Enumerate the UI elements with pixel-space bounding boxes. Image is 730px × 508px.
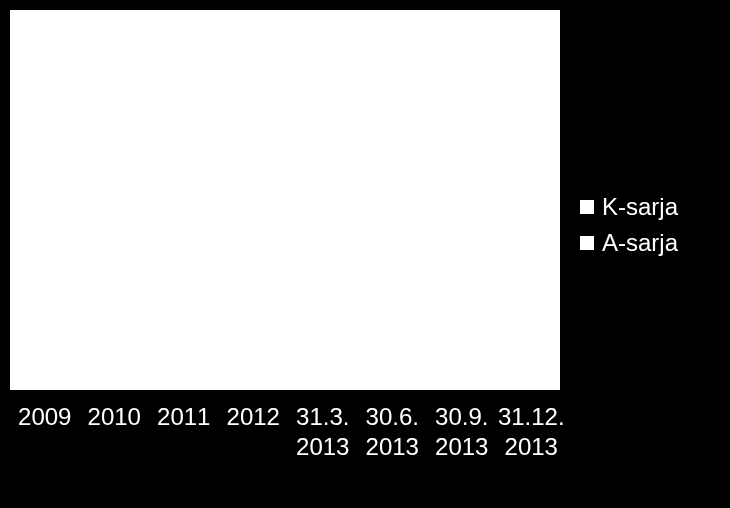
plot-area — [10, 10, 560, 390]
square-icon — [580, 200, 594, 214]
x-tick: 2011 — [149, 402, 219, 462]
x-tick: 2012 — [219, 402, 289, 462]
x-tick: 31.12. 2013 — [497, 402, 567, 462]
legend-item-a-sarja: A-sarja — [580, 231, 678, 255]
x-tick: 30.9. 2013 — [427, 402, 497, 462]
x-tick: 2009 — [10, 402, 80, 462]
square-icon — [580, 236, 594, 250]
x-axis: 2009 2010 2011 2012 31.3. 2013 30.6. 201… — [10, 402, 566, 462]
x-tick: 30.6. 2013 — [358, 402, 428, 462]
legend: K-sarja A-sarja — [580, 195, 678, 255]
legend-label: K-sarja — [602, 195, 678, 219]
legend-label: A-sarja — [602, 231, 678, 255]
x-tick: 2010 — [80, 402, 150, 462]
legend-item-k-sarja: K-sarja — [580, 195, 678, 219]
x-tick: 31.3. 2013 — [288, 402, 358, 462]
chart-frame: K-sarja A-sarja 2009 2010 2011 2012 31.3… — [0, 0, 730, 508]
